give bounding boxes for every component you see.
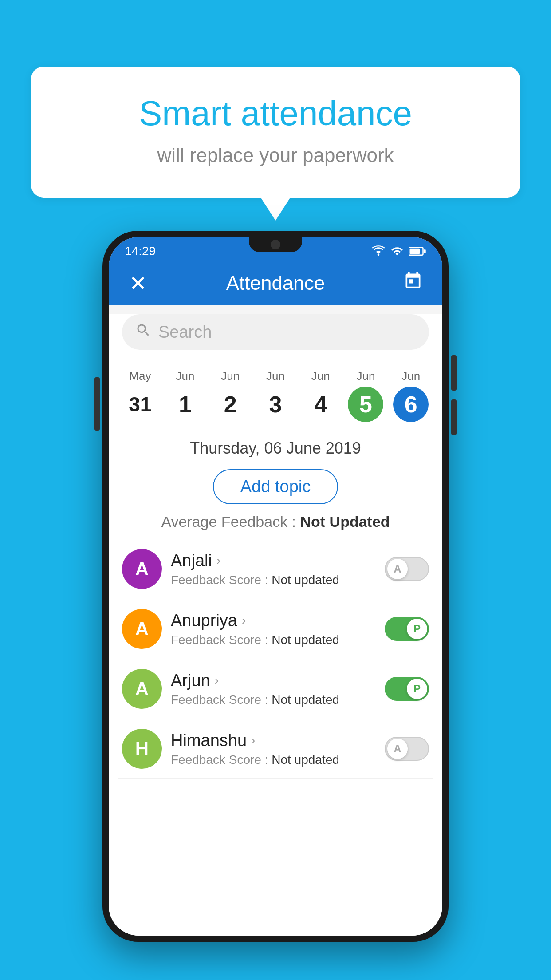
avg-feedback-prefix: Average Feedback : xyxy=(161,513,300,530)
app-bar: ✕ Attendance xyxy=(109,261,442,305)
speech-bubble-container: Smart attendance will replace your paper… xyxy=(31,67,520,198)
attendance-toggle-anjali[interactable]: A xyxy=(385,557,429,581)
date-jun5[interactable]: Jun 5 xyxy=(343,363,389,428)
toggle-track: P xyxy=(385,677,429,701)
student-info[interactable]: Himanshu › Feedback Score : Not updated xyxy=(171,731,376,767)
front-camera xyxy=(271,240,280,249)
magnify-icon xyxy=(135,322,151,338)
student-feedback: Feedback Score : Not updated xyxy=(171,693,376,707)
student-item: A Anjali › Feedback Score : Not updated xyxy=(118,539,433,599)
add-topic-button[interactable]: Add topic xyxy=(213,469,338,504)
date-jun1[interactable]: Jun 1 xyxy=(163,363,208,428)
toggle-track: P xyxy=(385,617,429,641)
phone-notch xyxy=(249,237,302,252)
avatar: A xyxy=(122,609,162,649)
student-feedback: Feedback Score : Not updated xyxy=(171,633,376,647)
volume-up-button[interactable] xyxy=(451,355,457,391)
student-name: Anupriya › xyxy=(171,611,376,630)
avg-feedback: Average Feedback : Not Updated xyxy=(109,513,442,539)
student-info[interactable]: Anjali › Feedback Score : Not updated xyxy=(171,551,376,587)
close-button[interactable]: ✕ xyxy=(125,271,151,296)
toggle-track: A xyxy=(385,557,429,581)
speech-bubble-title: Smart attendance xyxy=(67,93,484,134)
calendar-icon xyxy=(403,271,423,291)
phone: 14:29 xyxy=(102,231,449,942)
phone-outer: 14:29 xyxy=(102,231,449,942)
student-info[interactable]: Anupriya › Feedback Score : Not updated xyxy=(171,611,376,647)
search-icon xyxy=(135,322,151,342)
app-content: Search May 31 Jun 1 Jun xyxy=(109,314,442,936)
app-bar-title: Attendance xyxy=(151,272,400,294)
attendance-toggle-anupriya[interactable]: P xyxy=(385,617,429,641)
student-list: A Anjali › Feedback Score : Not updated xyxy=(109,539,442,779)
toggle-thumb: A xyxy=(387,739,408,759)
date-may31[interactable]: May 31 xyxy=(118,363,163,428)
date-jun4[interactable]: Jun 4 xyxy=(298,363,343,428)
chevron-right-icon: › xyxy=(242,613,246,628)
calendar-button[interactable] xyxy=(400,271,426,295)
date-jun2[interactable]: Jun 2 xyxy=(208,363,253,428)
search-placeholder: Search xyxy=(158,323,212,342)
chevron-right-icon: › xyxy=(215,673,219,688)
toggle-thumb: A xyxy=(387,559,408,579)
avatar: A xyxy=(122,549,162,589)
date-jun3[interactable]: Jun 3 xyxy=(253,363,298,428)
student-item: A Arjun › Feedback Score : Not updated xyxy=(118,659,433,719)
search-bar[interactable]: Search xyxy=(122,314,429,350)
student-item: A Anupriya › Feedback Score : Not update… xyxy=(118,599,433,659)
toggle-thumb: P xyxy=(407,679,427,699)
student-feedback: Feedback Score : Not updated xyxy=(171,573,376,587)
avg-feedback-value: Not Updated xyxy=(300,513,390,530)
svg-rect-1 xyxy=(410,249,420,254)
chevron-right-icon: › xyxy=(216,553,220,568)
toggle-track: A xyxy=(385,737,429,761)
student-feedback: Feedback Score : Not updated xyxy=(171,753,376,767)
toggle-thumb: P xyxy=(407,619,427,639)
status-time: 14:29 xyxy=(125,244,156,258)
date-jun6[interactable]: Jun 6 xyxy=(388,363,433,428)
student-name: Anjali › xyxy=(171,551,376,570)
date-scroll: May 31 Jun 1 Jun 2 Jun xyxy=(109,354,442,428)
volume-down-button[interactable] xyxy=(451,399,457,435)
power-button[interactable] xyxy=(94,377,100,431)
attendance-toggle-arjun[interactable]: P xyxy=(385,677,429,701)
speech-bubble: Smart attendance will replace your paper… xyxy=(31,67,520,198)
chevron-right-icon: › xyxy=(251,733,255,747)
student-name: Arjun › xyxy=(171,671,376,690)
student-item: H Himanshu › Feedback Score : Not update… xyxy=(118,719,433,779)
student-info[interactable]: Arjun › Feedback Score : Not updated xyxy=(171,671,376,707)
attendance-toggle-himanshu[interactable]: A xyxy=(385,737,429,761)
avatar: H xyxy=(122,729,162,769)
svg-rect-2 xyxy=(424,249,426,253)
student-name: Himanshu › xyxy=(171,731,376,750)
wifi-icon xyxy=(371,245,386,257)
signal-icon xyxy=(391,245,403,257)
status-icons xyxy=(371,245,426,257)
speech-bubble-subtitle: will replace your paperwork xyxy=(67,144,484,166)
selected-date-label: Thursday, 06 June 2019 xyxy=(109,428,442,465)
avatar: A xyxy=(122,669,162,709)
battery-icon xyxy=(409,245,426,257)
phone-screen: 14:29 xyxy=(109,237,442,936)
